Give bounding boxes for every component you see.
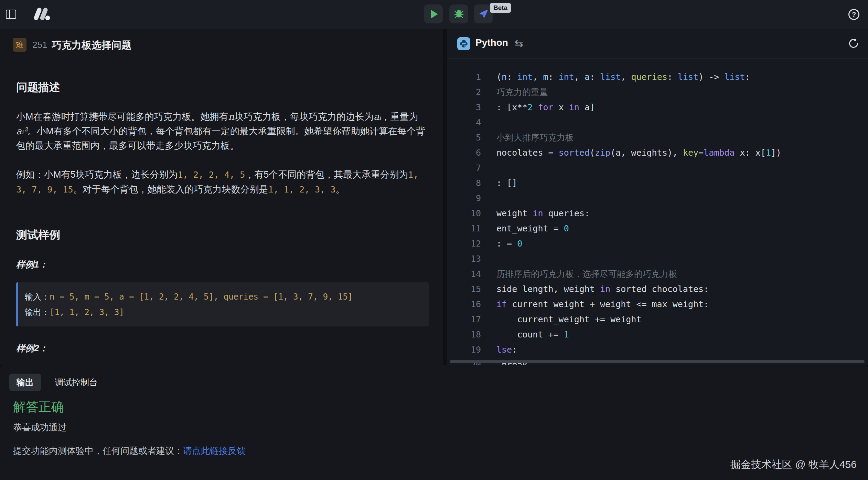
text-segment: current_weight + weight <= max_weight: bbox=[507, 299, 709, 309]
line-number: 11 bbox=[447, 221, 481, 236]
example1-label: 样例1： bbox=[16, 259, 429, 271]
text-segment: 巧克力的重量 bbox=[496, 87, 548, 97]
code-line: 16if current_weight + weight <= max_weig… bbox=[447, 297, 868, 312]
code-line: 6nocolates = sorted(zip(a, weights), key… bbox=[447, 145, 868, 160]
text-segment: : bbox=[590, 72, 600, 82]
output-tabs: 输出 调试控制台 bbox=[9, 374, 98, 391]
text-segment: for bbox=[538, 102, 553, 112]
code-line: 5小到大排序巧克力板 bbox=[447, 130, 868, 145]
community-watermark: 掘金技术社区 @ 牧羊人456 bbox=[730, 458, 857, 472]
line-number: 3 bbox=[447, 100, 481, 115]
code-line: 3: [x**2 for x in a] bbox=[447, 100, 868, 115]
line-number: 1 bbox=[447, 70, 481, 85]
line-number: 9 bbox=[447, 191, 481, 206]
line-number: 18 bbox=[447, 327, 481, 342]
line-content: 历排序后的巧克力板，选择尽可能多的巧克力板 bbox=[496, 267, 677, 282]
line-content: ent_weight = 0 bbox=[496, 221, 569, 236]
text-segment: 。小M有多个不同大小的背包，每个背包都有一定的最大承重限制。她希望你帮助她计算在… bbox=[16, 126, 425, 151]
top-bar: Beta ? bbox=[0, 0, 868, 29]
text-segment: lambda bbox=[704, 148, 735, 158]
line-content: weight in queries: bbox=[496, 206, 590, 221]
text-segment: : bbox=[667, 72, 678, 82]
text-segment: 1, 1, 2, 3, 3 bbox=[268, 185, 336, 195]
problem-id: 251 bbox=[32, 40, 47, 50]
line-content: : [x**2 for x in a] bbox=[496, 100, 595, 115]
code-editor[interactable]: 1(n: int, m: int, a: list, queries: list… bbox=[447, 59, 868, 365]
text-segment: 小到大排序巧克力板 bbox=[496, 133, 574, 143]
text-segment: , bbox=[574, 72, 585, 82]
feedback-link[interactable]: 请点此链接反馈 bbox=[183, 446, 246, 456]
problem-body[interactable]: 问题描述 小M在春游时打算携带尽可能多的巧克力板。她拥有n块巧克力板，每块巧克力… bbox=[0, 80, 443, 365]
output-panel: 输出 调试控制台 解答正确 恭喜成功通过 提交功能内测体验中，任何问题或者建议：… bbox=[0, 365, 868, 480]
text-segment: , bbox=[621, 72, 631, 82]
text-segment: : [] bbox=[496, 178, 517, 188]
bug-icon bbox=[453, 8, 464, 20]
language-switch-icon[interactable]: ⇆ bbox=[515, 37, 523, 49]
feedback-line: 提交功能内测体验中，任何问题或者建议：请点此链接反馈 bbox=[13, 445, 246, 457]
text-segment: current_weight += weight bbox=[496, 314, 641, 324]
text-segment: ( bbox=[590, 148, 595, 158]
sidebar-toggle-icon[interactable] bbox=[6, 10, 16, 19]
run-button[interactable] bbox=[424, 4, 443, 23]
code-line: 8: [] bbox=[447, 176, 868, 191]
line-content: count += 1 bbox=[496, 327, 569, 342]
text-segment: n bbox=[228, 111, 234, 122]
text-segment: 小M在春游时打算携带尽可能多的巧克力板。她拥有 bbox=[16, 112, 228, 122]
code-line: 18 count += 1 bbox=[447, 327, 868, 342]
text-segment: ) -> bbox=[698, 72, 724, 82]
text-segment: ]) bbox=[771, 148, 781, 158]
text-segment: x bbox=[554, 102, 569, 112]
code-line: 10weight in queries: bbox=[447, 206, 868, 221]
line-number: 4 bbox=[447, 115, 481, 130]
text-segment: sorted_chocolates: bbox=[610, 284, 709, 294]
text-segment: aᵢ² bbox=[16, 126, 27, 136]
examples-heading: 测试样例 bbox=[16, 228, 429, 243]
code-line: 11ent_weight = 0 bbox=[447, 221, 868, 236]
line-number: 8 bbox=[447, 176, 481, 191]
marscode-logo[interactable] bbox=[31, 7, 51, 22]
horizontal-scrollbar[interactable] bbox=[450, 360, 865, 363]
line-content: nocolates = sorted(zip(a, weights), key=… bbox=[496, 145, 781, 160]
text-segment: weight bbox=[496, 208, 533, 218]
tab-output[interactable]: 输出 bbox=[9, 374, 41, 391]
editor-header: Python ⇆ bbox=[447, 29, 868, 59]
description-heading: 问题描述 bbox=[16, 80, 429, 95]
text-segment: key bbox=[683, 148, 698, 158]
text-segment: ent_weight = bbox=[496, 223, 564, 233]
text-segment: side_length, weight bbox=[496, 284, 600, 294]
example2-label: 样例2： bbox=[16, 342, 429, 354]
reset-code-icon[interactable] bbox=[848, 38, 859, 50]
text-segment: : bbox=[745, 72, 750, 82]
description-paragraph-1: 小M在春游时打算携带尽可能多的巧克力板。她拥有n块巧克力板，每块巧克力的边长为a… bbox=[16, 109, 429, 153]
code-line: 1(n: int, m: int, a: list, queries: list… bbox=[447, 70, 868, 85]
line-content: current_weight += weight bbox=[496, 312, 641, 327]
text-segment: x: x[ bbox=[735, 148, 765, 158]
text-segment: = bbox=[698, 148, 704, 158]
line-content: : [] bbox=[496, 176, 517, 191]
line-content: if current_weight + weight <= max_weight… bbox=[496, 297, 709, 312]
code-line: 13 bbox=[447, 251, 868, 267]
line-content: lse: bbox=[496, 342, 517, 357]
text-segment: a bbox=[585, 72, 590, 82]
difficulty-badge: 难 bbox=[13, 38, 26, 52]
paper-plane-icon bbox=[478, 8, 489, 20]
editor-panel: Python ⇆ 1(n: int, m: int, a: list, quer… bbox=[447, 29, 868, 365]
line-number: 7 bbox=[447, 160, 481, 176]
debug-button[interactable] bbox=[449, 4, 468, 23]
text-segment: list bbox=[724, 72, 745, 82]
text-segment: 块巧克力板，每块巧克力的边长为 bbox=[234, 112, 374, 122]
line-number: 13 bbox=[447, 251, 481, 267]
text-segment: 1, 2, 2, 4, 5 bbox=[178, 170, 245, 180]
text-segment: 2 bbox=[527, 102, 533, 112]
help-icon[interactable]: ? bbox=[848, 9, 859, 20]
tab-debug-console[interactable]: 调试控制台 bbox=[55, 377, 98, 388]
code-line: 9 bbox=[447, 191, 868, 206]
language-label[interactable]: Python bbox=[475, 37, 508, 48]
line-number: 10 bbox=[447, 206, 481, 221]
text-segment: (a, weights), bbox=[610, 148, 683, 158]
example1-output-line: 输出：[1, 1, 2, 3, 3] bbox=[25, 305, 420, 320]
text-segment: ，有5个不同的背包，其最大承重分别为 bbox=[245, 169, 408, 180]
line-number: 17 bbox=[447, 312, 481, 327]
line-content: side_length, weight in sorted_chocolates… bbox=[496, 282, 709, 297]
text-segment: 1 bbox=[564, 330, 569, 340]
